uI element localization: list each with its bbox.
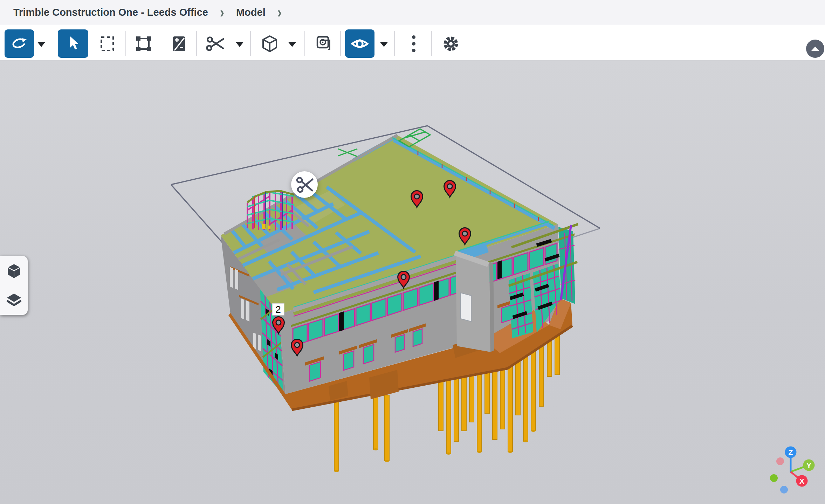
model-viewport[interactable]: 2: [0, 60, 825, 504]
collapse-toolbar-button[interactable]: [806, 40, 824, 58]
select-tool-button[interactable]: [58, 29, 88, 58]
model-cube-button[interactable]: [260, 29, 280, 58]
toolbar: [0, 25, 825, 60]
pin-count-label: 2: [272, 303, 284, 315]
models-panel-button[interactable]: [4, 261, 24, 281]
chevron-up-icon: [811, 47, 819, 51]
kebab-menu-icon: [411, 34, 416, 53]
orbit-tool-button[interactable]: [5, 29, 34, 58]
axis-neg-y-dot[interactable]: [770, 474, 778, 482]
model-3d-view[interactable]: 2: [0, 60, 825, 504]
gear-icon: [442, 35, 460, 53]
breadcrumb-model[interactable]: Model: [236, 7, 266, 18]
cursor-icon: [66, 35, 81, 52]
visibility-eye-button[interactable]: [345, 29, 374, 58]
orbit-dropdown[interactable]: [37, 42, 46, 47]
breadcrumb: Trimble Construction One - Leeds Office …: [0, 0, 825, 25]
orbit-icon: [10, 35, 28, 53]
svg-text:Y: Y: [806, 461, 811, 469]
breadcrumb-project[interactable]: Trimble Construction One - Leeds Office: [13, 7, 208, 18]
axis-y-ball[interactable]: Y: [803, 460, 815, 471]
toolbar-separator: [196, 31, 197, 56]
layers-icon: [6, 293, 22, 308]
axis-neg-z-dot[interactable]: [780, 486, 788, 493]
toolbar-separator: [431, 31, 432, 56]
cube-outline-icon: [261, 34, 279, 53]
chevron-right-icon: ›: [277, 6, 282, 19]
marquee-select-button[interactable]: [97, 29, 117, 58]
building-model: [221, 129, 578, 472]
settings-button[interactable]: [441, 29, 461, 58]
axis-z-ball[interactable]: Z: [785, 447, 797, 458]
toolbar-separator: [394, 31, 395, 56]
more-options-button[interactable]: [405, 29, 422, 58]
scissors-icon: [206, 35, 225, 53]
cube-solid-icon: [6, 263, 22, 279]
views-icon: [315, 35, 333, 53]
exposure-icon: [171, 35, 187, 53]
svg-text:X: X: [799, 477, 804, 485]
app-window: Trimble Construction One - Leeds Office …: [0, 0, 825, 504]
transform-icon: [135, 35, 152, 53]
views-snapshot-button[interactable]: [314, 29, 334, 58]
stair-core-tower: [454, 251, 494, 352]
svg-text:2: 2: [275, 304, 281, 315]
axis-gizmo[interactable]: Z Y X: [770, 447, 815, 494]
model-cube-dropdown[interactable]: [288, 42, 296, 47]
toolbar-separator: [250, 31, 251, 56]
svg-text:Z: Z: [789, 448, 793, 456]
eye-icon: [350, 35, 369, 52]
cut-tool-button[interactable]: [206, 29, 226, 58]
toolbar-separator: [125, 31, 126, 56]
viewer-side-panel: [0, 256, 28, 315]
axis-neg-x-dot[interactable]: [776, 457, 784, 465]
marquee-icon: [99, 35, 115, 53]
section-cut-badge[interactable]: [291, 171, 318, 198]
visibility-dropdown[interactable]: [380, 42, 388, 47]
axis-x-ball[interactable]: X: [796, 475, 808, 487]
layers-panel-button[interactable]: [4, 290, 24, 310]
transform-tool-button[interactable]: [134, 29, 153, 58]
exposure-tool-button[interactable]: [169, 29, 189, 58]
toolbar-separator: [340, 31, 341, 56]
toolbar-separator: [304, 31, 305, 56]
chevron-right-icon: ›: [220, 6, 224, 19]
cut-dropdown[interactable]: [235, 42, 244, 47]
